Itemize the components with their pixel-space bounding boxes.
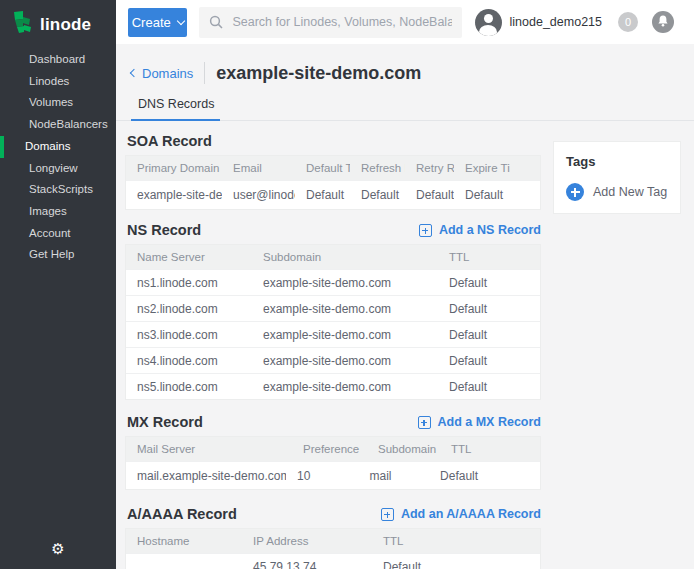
avatar-body: [479, 25, 497, 36]
table-row: ns4.linode.com example-site-demo.com Def…: [126, 347, 540, 373]
table-row: example-site-demo.com user@linode.com De…: [126, 180, 540, 209]
sidebar-item-longview[interactable]: Longview: [0, 158, 116, 180]
table-cell: Default: [372, 560, 492, 569]
create-button[interactable]: Create: [128, 8, 187, 37]
gear-icon[interactable]: ⚙: [0, 540, 116, 558]
column-header: IP Address: [242, 535, 372, 547]
sidebar-item-images[interactable]: Images: [0, 201, 116, 223]
table-cell: mail.example-site-demo.com: [126, 469, 286, 483]
search-bar: [199, 7, 461, 38]
ns-table: Name Server Subdomain TTL ns1.linode.com…: [125, 244, 541, 400]
table-cell: Default: [438, 380, 540, 394]
sidebar-nav: Dashboard Linodes Volumes NodeBalancers …: [0, 49, 116, 266]
sidebar-item-get-help[interactable]: Get Help: [0, 244, 116, 266]
sidebar-item-account[interactable]: Account: [0, 223, 116, 245]
tags-panel-title: Tags: [566, 154, 668, 169]
column-header: Subdomain: [367, 443, 440, 455]
top-bar: Create linode_demo215 0: [116, 0, 694, 44]
search-input[interactable]: [232, 15, 451, 29]
table-cell: ns2.linode.com: [126, 302, 252, 316]
notification-count-badge: 0: [618, 12, 638, 32]
chevron-left-icon: [130, 69, 138, 77]
column-header: Mail Server: [126, 443, 292, 455]
table-cell: example-site-demo.com: [252, 354, 438, 368]
add-a-record-label: Add an A/AAAA Record: [401, 507, 541, 521]
table-cell: 45.79.13.74: [242, 560, 372, 569]
add-ns-record-button[interactable]: Add a NS Record: [419, 223, 541, 237]
sidebar-item-linodes[interactable]: Linodes: [0, 71, 116, 93]
sidebar-item-stackscripts[interactable]: StackScripts: [0, 179, 116, 201]
table-cell: example-site-demo.com: [252, 328, 438, 342]
table-row: ns1.linode.com example-site-demo.com Def…: [126, 269, 540, 295]
linode-logo[interactable]: linode: [0, 0, 116, 40]
table-cell: example-site-demo.com: [126, 188, 222, 202]
add-mx-record-button[interactable]: Add a MX Record: [418, 415, 542, 429]
a-section-title: A/AAAA Record: [125, 506, 237, 522]
table-cell: Default: [438, 276, 540, 290]
table-cell: ns5.linode.com: [126, 380, 252, 394]
notifications-bell-button[interactable]: [652, 11, 674, 33]
table-cell: example-site-demo.com: [252, 302, 438, 316]
tabs-bar: DNS Records: [116, 91, 694, 121]
table-row: ns3.linode.com example-site-demo.com Def…: [126, 321, 540, 347]
avatar-head: [484, 14, 493, 23]
breadcrumb-divider: [204, 62, 205, 84]
table-cell: Default: [295, 188, 350, 202]
add-a-record-button[interactable]: Add an A/AAAA Record: [381, 507, 541, 521]
sidebar-item-volumes[interactable]: Volumes: [0, 92, 116, 114]
table-row: ns5.linode.com example-site-demo.com Def…: [126, 373, 540, 399]
table-cell: example-site-demo.com: [252, 380, 438, 394]
table-cell: ns1.linode.com: [126, 276, 252, 290]
tab-dns-records[interactable]: DNS Records: [131, 91, 220, 121]
create-button-label: Create: [132, 15, 171, 30]
search-icon: [209, 15, 223, 29]
column-header: TTL: [440, 443, 530, 455]
table-cell: ns4.linode.com: [126, 354, 252, 368]
table-cell: mail: [358, 469, 429, 483]
page-title: example-site-demo.com: [216, 63, 421, 84]
user-avatar[interactable]: [475, 9, 502, 36]
column-header: Email: [222, 162, 295, 174]
sidebar-item-nodebalancers[interactable]: NodeBalancers: [0, 114, 116, 136]
add-new-tag-label: Add New Tag: [593, 185, 667, 199]
linode-logo-icon: [12, 11, 33, 40]
column-header: Subdomain: [252, 251, 438, 263]
table-header-row: Primary Domain Email Default TTL Refresh…: [126, 156, 540, 180]
ns-section-title: NS Record: [125, 222, 201, 238]
sidebar: linode Dashboard Linodes Volumes NodeBal…: [0, 0, 116, 569]
a-record-table: Hostname IP Address TTL 45.79.13.74 Defa…: [125, 528, 541, 569]
add-new-tag-button[interactable]: Add New Tag: [566, 183, 668, 201]
column-header: Default TTL: [295, 162, 350, 174]
table-cell: Default: [405, 188, 454, 202]
column-header: Name Server: [126, 251, 252, 263]
table-row: mail.example-site-demo.com 10 mail Defau…: [126, 461, 540, 489]
table-cell: Default: [438, 328, 540, 342]
table-cell: Default: [438, 302, 540, 316]
column-header: TTL: [438, 251, 540, 263]
sidebar-item-dashboard[interactable]: Dashboard: [0, 49, 116, 71]
brand-name: linode: [40, 15, 91, 35]
column-header: Primary Domain: [126, 162, 222, 174]
soa-section-title: SOA Record: [125, 133, 212, 149]
add-record-icon: [381, 508, 394, 521]
table-cell: user@linode.com: [222, 188, 295, 202]
mx-section-title: MX Record: [125, 414, 203, 430]
table-cell: Default: [429, 469, 516, 483]
column-header: Preference: [292, 443, 367, 455]
breadcrumb-label: Domains: [142, 66, 193, 81]
table-cell: ns3.linode.com: [126, 328, 252, 342]
column-header: Refresh Rate: [350, 162, 405, 174]
username-label[interactable]: linode_demo215: [510, 15, 602, 29]
table-row: ns2.linode.com example-site-demo.com Def…: [126, 295, 540, 321]
column-header: TTL: [372, 535, 492, 547]
column-header: Hostname: [126, 535, 242, 547]
add-record-icon: [419, 224, 432, 237]
breadcrumb-back-link[interactable]: Domains: [131, 66, 193, 81]
soa-table: Primary Domain Email Default TTL Refresh…: [125, 155, 541, 210]
sidebar-item-domains[interactable]: Domains: [0, 136, 116, 158]
column-header: Expire Time: [454, 162, 510, 174]
table-row: 45.79.13.74 Default: [126, 553, 540, 569]
add-record-icon: [418, 416, 431, 429]
mx-table: Mail Server Preference Subdomain TTL mai…: [125, 436, 541, 490]
table-header-row: Hostname IP Address TTL: [126, 529, 540, 553]
